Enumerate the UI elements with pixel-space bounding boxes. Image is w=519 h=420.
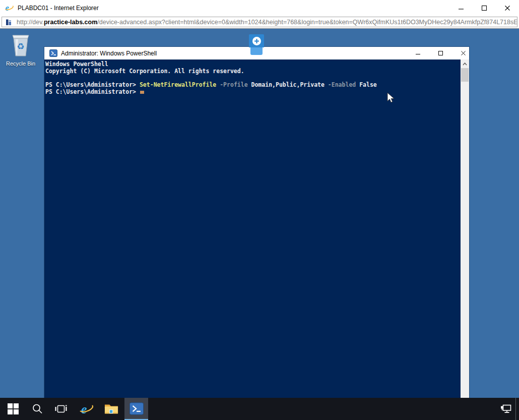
console-command-line: PS C:\Users\Administrator> Set-NetFirewa… bbox=[45, 82, 461, 89]
taskbar-network-tray-button[interactable] bbox=[500, 398, 512, 420]
close-icon bbox=[461, 50, 466, 56]
console-prompt-line: PS C:\Users\Administrator> bbox=[45, 89, 461, 96]
task-view-icon bbox=[55, 404, 67, 414]
recycle-bin-label: Recycle Bin bbox=[4, 61, 38, 67]
powershell-body: Windows PowerShell Copyright (C) Microso… bbox=[44, 59, 469, 398]
powershell-icon bbox=[49, 49, 57, 57]
powershell-window-controls bbox=[407, 47, 475, 59]
browser-titlebar: e PLABDC01 - Internet Explorer bbox=[0, 0, 519, 16]
console-blank-line bbox=[45, 75, 461, 82]
file-explorer-icon bbox=[104, 403, 118, 415]
url-text: http://dev.practice-labs.com/device-adva… bbox=[17, 19, 517, 26]
minimize-icon bbox=[458, 5, 464, 11]
console-banner-line1: Windows PowerShell bbox=[45, 61, 461, 68]
taskbar-powershell-button[interactable] bbox=[124, 398, 148, 420]
close-icon bbox=[504, 5, 510, 11]
browser-window-controls bbox=[449, 0, 519, 16]
maximize-icon bbox=[481, 5, 487, 11]
url-path: /device-advanced.aspx?client=html&device… bbox=[97, 19, 517, 26]
windows-start-icon bbox=[8, 403, 19, 414]
text-cursor bbox=[140, 91, 144, 94]
recycle-bin-icon: ♻ bbox=[10, 32, 32, 57]
powershell-window: Administrator: Windows PowerShell Window… bbox=[44, 47, 469, 398]
minimize-icon bbox=[415, 50, 421, 56]
powershell-window-title: Administrator: Windows PowerShell bbox=[61, 50, 157, 57]
powershell-close-button[interactable] bbox=[452, 47, 475, 59]
plus-button-tab bbox=[250, 47, 263, 55]
console-banner-line2: Copyright (C) Microsoft Corporation. All… bbox=[45, 68, 461, 75]
command-value-enabled: False bbox=[359, 81, 377, 88]
console-scrollbar[interactable] bbox=[461, 59, 469, 398]
internet-explorer-icon: e bbox=[5, 4, 14, 13]
screen: e PLABDC01 - Internet Explorer http://de… bbox=[0, 0, 519, 420]
command-param-enabled: -Enabled bbox=[325, 81, 359, 88]
taskbar-search-button[interactable] bbox=[26, 398, 49, 420]
console-prompt: PS C:\Users\Administrator> bbox=[45, 81, 140, 88]
powershell-maximize-button[interactable] bbox=[429, 47, 452, 59]
site-favicon-icon bbox=[6, 19, 13, 26]
browser-maximize-button[interactable] bbox=[473, 0, 496, 16]
show-desktop-button[interactable] bbox=[515, 398, 519, 420]
taskbar-file-explorer-button[interactable] bbox=[100, 398, 123, 420]
recycle-bin-shortcut[interactable]: ♻ Recycle Bin bbox=[4, 32, 38, 67]
taskbar-task-view-button[interactable] bbox=[49, 398, 73, 420]
internet-explorer-icon: e bbox=[79, 402, 93, 416]
url-prefix: http://dev. bbox=[17, 19, 44, 26]
plus-icon bbox=[252, 37, 261, 45]
browser-close-button[interactable] bbox=[496, 0, 519, 16]
remote-desktop: ♻ Recycle Bin Administrator: Windows Pow… bbox=[0, 29, 519, 420]
taskbar: e bbox=[0, 398, 519, 420]
powershell-minimize-button[interactable] bbox=[407, 47, 429, 59]
command-value-profile: Domain,Public,Private bbox=[251, 81, 325, 88]
svg-text:e: e bbox=[81, 402, 87, 416]
network-icon bbox=[500, 404, 512, 414]
command-cmdlet: Set-NetFirewallProfile bbox=[140, 81, 216, 88]
svg-text:e: e bbox=[6, 4, 9, 13]
taskbar-internet-explorer-button[interactable]: e bbox=[75, 398, 98, 420]
browser-window-title: PLABDC01 - Internet Explorer bbox=[18, 5, 99, 12]
command-param-profile: -Profile bbox=[216, 81, 251, 88]
url-domain: practice-labs.com bbox=[44, 19, 97, 26]
powershell-console[interactable]: Windows PowerShell Copyright (C) Microso… bbox=[44, 59, 461, 398]
chevron-up-icon bbox=[463, 63, 467, 66]
powershell-icon bbox=[129, 402, 144, 415]
scrollbar-up-button[interactable] bbox=[461, 59, 469, 68]
scrollbar-thumb[interactable] bbox=[461, 68, 469, 82]
search-icon bbox=[32, 403, 43, 414]
maximize-icon bbox=[438, 50, 443, 56]
console-prompt: PS C:\Users\Administrator> bbox=[45, 88, 140, 95]
remote-toolbar-expand-button[interactable] bbox=[249, 34, 264, 55]
address-input[interactable]: http://dev.practice-labs.com/device-adva… bbox=[2, 17, 517, 27]
svg-text:♻: ♻ bbox=[17, 41, 24, 51]
browser-minimize-button[interactable] bbox=[449, 0, 473, 16]
browser-addressbar: http://dev.practice-labs.com/device-adva… bbox=[0, 16, 519, 29]
taskbar-start-button[interactable] bbox=[2, 398, 25, 420]
